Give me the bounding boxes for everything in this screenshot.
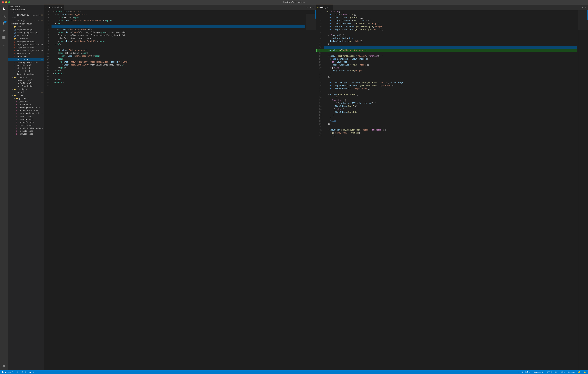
code-line: 10 input.checked = true; [316, 37, 577, 40]
intro-html-active[interactable]: ◻intro.htmlM [8, 58, 44, 61]
other-projects-scss[interactable]: S_other-projects.scss [8, 127, 44, 130]
chevron-icon: ▸ [12, 26, 13, 28]
split-editor-button[interactable]: ⧉ [305, 6, 308, 9]
minimize-button[interactable] [5, 1, 7, 3]
filename: _globals.scss [19, 121, 44, 123]
filename: default.html [17, 82, 44, 85]
main-js-file[interactable]: ◻main.jsM [8, 91, 44, 94]
smiley-icon[interactable]: 🙂 [578, 371, 581, 373]
filename: skills.yml [17, 35, 44, 37]
source-control-icon[interactable]: 2 [1, 20, 7, 26]
cursor-position[interactable]: Ln 6, Col 1 [518, 371, 531, 373]
git-branch[interactable]: master* [1, 371, 14, 373]
open-editors-left[interactable]: LEFT [8, 11, 44, 14]
html-icon: ◻ [14, 59, 16, 61]
code-line: 1 ▾<header class="intro"> [44, 10, 305, 13]
scripts-folder[interactable]: ▾ 📂 _scripts [8, 88, 44, 91]
errors-count[interactable]: 0 [21, 371, 27, 373]
tab-close-button[interactable]: × [60, 6, 63, 9]
js-file-icon: ◻ [14, 20, 16, 22]
maximize-button[interactable] [8, 1, 10, 3]
tab-intro-html[interactable]: ◻ intro.html × [44, 5, 64, 10]
window-title: bchiang7.github.io [283, 1, 305, 3]
open-editor-intro-html[interactable]: ◻ intro.html _includes M [8, 14, 44, 17]
scss-icon: S [16, 112, 18, 114]
tab-main-js[interactable]: ◻ main.js × [316, 5, 333, 10]
default-html[interactable]: ◻default.html [8, 82, 44, 85]
skills-yml[interactable]: {} skills.yml [8, 34, 44, 37]
footer-html[interactable]: ◻footer.html [8, 52, 44, 55]
settings-icon[interactable] [1, 363, 7, 369]
indentation[interactable]: Spaces: 2 [533, 371, 544, 373]
employment-status-html[interactable]: ◻employment-status.html [8, 43, 44, 46]
scripts-html[interactable]: ◻scripts.html [8, 64, 44, 67]
compress-html[interactable]: ◻compress.html [8, 79, 44, 82]
scss-folder[interactable]: ▾ 📂 _scss [8, 94, 44, 97]
html-icon: ◻ [14, 62, 16, 64]
eslint-status[interactable]: ESLint [568, 371, 576, 373]
switch-html[interactable]: ◻switch.html [8, 70, 44, 73]
open-editor-main-js[interactable]: ◻ main.js _scripts M [8, 19, 44, 22]
search-icon[interactable] [1, 13, 7, 19]
partials-folder[interactable]: ▾ 📂 partials [8, 97, 44, 100]
featured-projects-html[interactable]: ◻featured-projects.html [8, 49, 44, 52]
intro-scss[interactable]: S_intro.scss [8, 124, 44, 127]
docker-icon[interactable] [1, 43, 7, 49]
project-label: BCHIANG7.GITHUB.IO [11, 23, 32, 25]
code-line: 17 <span> [44, 58, 305, 61]
encoding[interactable]: UTF-8 [546, 371, 553, 373]
filename: _switch.scss [19, 133, 44, 135]
filename: _footer.scss [19, 118, 44, 120]
more-right-button[interactable]: ··· [581, 6, 587, 9]
right-editor-content[interactable]: 1 ▾$(function() { 2 const date = new Dat… [316, 10, 588, 370]
more-actions-button[interactable]: ··· [309, 6, 315, 9]
open-editors-section[interactable]: ▾ OPEN EDITORS [8, 9, 44, 11]
tab-intro-name: intro.html [47, 6, 59, 9]
open-editors-right[interactable]: RIGHT [8, 17, 44, 19]
base-scss[interactable]: S_base.scss [8, 103, 44, 106]
other-projects-html[interactable]: ◻other-projects.html [8, 61, 44, 64]
globals-scss[interactable]: S_globals.scss [8, 121, 44, 124]
language-mode[interactable]: HTML [560, 371, 566, 373]
sync-button[interactable] [16, 371, 19, 373]
svg-line-1 [5, 17, 6, 18]
notification-icon[interactable]: 🔔 [583, 371, 587, 373]
close-button[interactable] [2, 1, 4, 3]
layouts-folder[interactable]: ▾ 📂 _layouts [8, 76, 44, 79]
skills-scss[interactable]: S_skills.scss [8, 130, 44, 133]
html-icon: ◻ [14, 70, 16, 73]
run-icon[interactable] [1, 28, 7, 33]
experience-scss[interactable]: S_experience.scss [8, 109, 44, 112]
featured-projects-scss[interactable]: S_featured-projects.scss [8, 112, 44, 115]
code-line: 15 [316, 52, 577, 55]
line-ending[interactable]: LF [555, 371, 558, 373]
404-scss[interactable]: S_404.scss [8, 100, 44, 103]
scss-icon: S [16, 130, 18, 132]
project-root[interactable]: ▾ BCHIANG7.GITHUB.IO [8, 23, 44, 25]
top-button-html[interactable]: ◻top-button.html [8, 73, 44, 76]
data-folder[interactable]: ▸ 📁 _data [8, 25, 44, 28]
left-editor-content[interactable]: 1 ▾<header class="intro"> 2 ▾<h1 class="… [44, 10, 316, 370]
fonts-scss[interactable]: S_fonts.scss [8, 115, 44, 118]
other-projects-yml[interactable]: {} other-projects.yml [8, 31, 44, 34]
skills-html[interactable]: ◻skills.html [8, 67, 44, 70]
footer-scss[interactable]: S_footer.scss [8, 118, 44, 121]
warnings-count[interactable]: 0 [29, 371, 34, 373]
activity-bar: 2 [0, 5, 8, 370]
background-html[interactable]: ◻background.html [8, 40, 44, 43]
code-line: 9 front-end software engineer focused on… [44, 34, 305, 37]
switch-scss[interactable]: S_switch.scss [8, 133, 44, 136]
files-icon[interactable] [1, 6, 7, 12]
experience-yml[interactable]: {} experience.yml [8, 28, 44, 31]
head-html[interactable]: ◻head.html [8, 55, 44, 58]
experience-html[interactable]: ◻experience.html [8, 46, 44, 49]
open-editor-intro-path: _includes [32, 14, 41, 16]
code-line: 12 } [316, 43, 577, 46]
tab-close-js-button[interactable]: × [329, 6, 331, 9]
employment-status-scss[interactable]: S_employment-status.sc... [8, 106, 44, 109]
code-line-diff-added: 14 console.log('added a line here'); [316, 49, 577, 52]
extensions-icon[interactable] [1, 35, 7, 41]
includes-folder[interactable]: ▾ 📂 _includes [8, 37, 44, 40]
not-found-html[interactable]: ◻not_found.html [8, 85, 44, 88]
folder-icon: 📂 [13, 76, 16, 79]
